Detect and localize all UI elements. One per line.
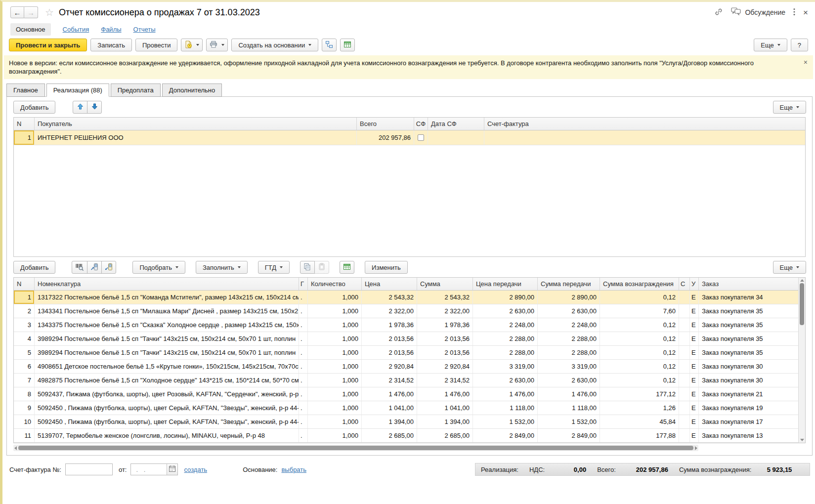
col-header-sum[interactable]: Сумма: [417, 278, 473, 290]
discussion-icon[interactable]: [731, 7, 741, 17]
barcode-magnifier-icon: [75, 263, 84, 272]
paste-rows-button[interactable]: [314, 261, 329, 274]
sf-checkbox[interactable]: [418, 134, 424, 141]
barcode-scan-button[interactable]: [72, 261, 87, 274]
nav-link-reports[interactable]: Отчеты: [133, 26, 156, 33]
items-add-button[interactable]: Добавить: [13, 261, 55, 274]
col-header-order[interactable]: Заказ: [699, 278, 798, 290]
item-row[interactable]: 7 4982875 Постельное бельё 1,5 сп "Холод…: [14, 374, 798, 387]
printer-icon: [210, 41, 217, 50]
col-header-n[interactable]: N: [14, 118, 35, 130]
fill-button[interactable]: Заполнить: [196, 261, 248, 274]
basis-choose-link[interactable]: выбрать: [281, 466, 306, 473]
write-button[interactable]: Записать: [90, 39, 132, 51]
cell-g: .: [299, 387, 308, 401]
col-header-invoice[interactable]: Счет-фактура: [484, 118, 805, 130]
gtd-button[interactable]: ГТД: [258, 261, 290, 274]
tab[interactable]: Реализация (88): [46, 84, 109, 97]
copy-rows-button[interactable]: [300, 261, 315, 274]
nav-link-events[interactable]: События: [63, 26, 89, 33]
col-header-price[interactable]: Цена: [362, 278, 417, 290]
cell-transfer-price: 1 118,00: [473, 401, 538, 415]
document-reports-button[interactable]: [340, 39, 355, 51]
scroll-left-arrow-icon[interactable]: [14, 446, 17, 450]
window-close-icon[interactable]: ×: [803, 8, 808, 17]
col-header-nomenclature[interactable]: Номенклатура: [35, 278, 299, 290]
pick-button[interactable]: Подобрать: [132, 261, 185, 274]
buyer-row[interactable]: 1 ИНТЕРНЕТ РЕШЕНИЯ ООО 202 957,86: [14, 130, 805, 145]
vertical-scroll-thumb[interactable]: [800, 283, 804, 325]
nav-item-main[interactable]: Основное: [10, 23, 51, 36]
item-row[interactable]: 5 3989294 Постельное бельё 1.5 сп "Тачки…: [14, 346, 798, 360]
terminal-load-button[interactable]: [87, 261, 102, 274]
col-header-transfer-price[interactable]: Цена передачи: [473, 278, 538, 290]
col-header-u[interactable]: У: [690, 278, 699, 290]
create-based-on-button[interactable]: Создать на основании: [231, 39, 318, 51]
col-header-buyer[interactable]: Покупатель: [35, 118, 357, 130]
items-reports-button[interactable]: [340, 261, 354, 274]
cell-qty: 1,000: [308, 304, 362, 318]
item-row[interactable]: 1 1317322 Постельное бельё 1,5 сп "Коман…: [14, 291, 798, 304]
scroll-down-arrow-icon[interactable]: [800, 439, 804, 441]
move-down-button[interactable]: [87, 101, 102, 114]
col-header-fee[interactable]: Сумма вознаграждения: [600, 278, 679, 290]
horizontal-scroll-thumb[interactable]: [18, 446, 693, 450]
item-row[interactable]: 9 5092450 , Пижама (футболка, шорты), цв…: [14, 401, 798, 415]
invoice-date-input[interactable]: . .: [131, 464, 167, 475]
vertical-scrollbar[interactable]: [798, 278, 805, 443]
total-label: Всего:: [597, 466, 616, 473]
col-header-qty[interactable]: Количество: [308, 278, 362, 290]
cell-n: 3: [14, 318, 35, 332]
favorite-star-icon[interactable]: ☆: [45, 6, 54, 18]
related-documents-button[interactable]: [322, 39, 337, 51]
post-button[interactable]: Провести: [135, 39, 178, 51]
item-row[interactable]: 10 5092450 , Пижама (футболка, шорты), ц…: [14, 415, 798, 429]
banner-close-icon[interactable]: ×: [804, 59, 808, 66]
item-row[interactable]: 11 5139707, Термобелье женское (лонгслив…: [14, 429, 798, 443]
tab[interactable]: Главное: [6, 84, 45, 97]
buyers-add-button[interactable]: Добавить: [13, 101, 55, 114]
edit-button[interactable]: Изменить: [365, 261, 408, 274]
link-icon[interactable]: [714, 7, 723, 18]
tab[interactable]: Дополнительно: [162, 84, 222, 97]
calendar-button[interactable]: [167, 464, 177, 475]
help-button[interactable]: ?: [791, 39, 808, 51]
calendar-icon: [169, 465, 176, 474]
horizontal-scrollbar[interactable]: [13, 445, 698, 451]
item-row[interactable]: 6 4908651 Детское постельное бельё 1,5 «…: [14, 360, 798, 374]
item-row[interactable]: 4 3989294 Постельное бельё 1.5 сп "Тачки…: [14, 332, 798, 346]
cell-s: [679, 429, 690, 442]
items-more-button[interactable]: Еще: [773, 261, 806, 274]
col-header-transfer-sum[interactable]: Сумма передачи: [538, 278, 600, 290]
print-button[interactable]: [206, 39, 228, 51]
item-row[interactable]: 2 1343341 Постельное бельё 1,5 сп "Милаш…: [14, 304, 798, 318]
buyers-more-button[interactable]: Еще: [773, 101, 806, 114]
basis-label: Основание:: [243, 466, 277, 473]
post-and-close-button[interactable]: Провести и закрыть: [9, 39, 87, 51]
scroll-up-arrow-icon[interactable]: [800, 279, 804, 282]
form-more-button[interactable]: Еще: [754, 39, 787, 51]
invoice-create-link[interactable]: создать: [184, 466, 207, 473]
terminal-unload-button[interactable]: [101, 261, 116, 274]
discussion-label[interactable]: Обсуждение: [745, 8, 785, 16]
scroll-right-arrow-icon[interactable]: [695, 446, 697, 450]
tab[interactable]: Предоплата: [111, 84, 161, 97]
cell-u: Е: [690, 304, 699, 318]
col-header-n[interactable]: N: [14, 278, 35, 290]
kebab-menu-icon[interactable]: [793, 8, 795, 17]
forward-button[interactable]: →: [24, 6, 38, 18]
item-row[interactable]: 3 1343375 Постельное бельё 1,5 сп "Сказк…: [14, 318, 798, 332]
invoice-no-input[interactable]: [65, 463, 113, 475]
col-header-total[interactable]: Всего: [357, 118, 414, 130]
cell-n: 4: [14, 332, 35, 345]
col-header-g[interactable]: Г: [299, 278, 308, 290]
move-up-button[interactable]: [73, 101, 87, 114]
item-row[interactable]: 8 5092437, Пижама (футболка, шорты), цве…: [14, 387, 798, 401]
nav-link-files[interactable]: Файлы: [101, 26, 121, 33]
back-button[interactable]: ←: [10, 6, 24, 18]
cell-order: Заказ покупателя 35: [699, 318, 798, 332]
col-header-sf[interactable]: СФ: [414, 118, 428, 130]
col-header-s[interactable]: С: [679, 278, 690, 290]
posting-register-button[interactable]: [181, 39, 203, 51]
col-header-sf-date[interactable]: Дата СФ: [428, 118, 484, 130]
